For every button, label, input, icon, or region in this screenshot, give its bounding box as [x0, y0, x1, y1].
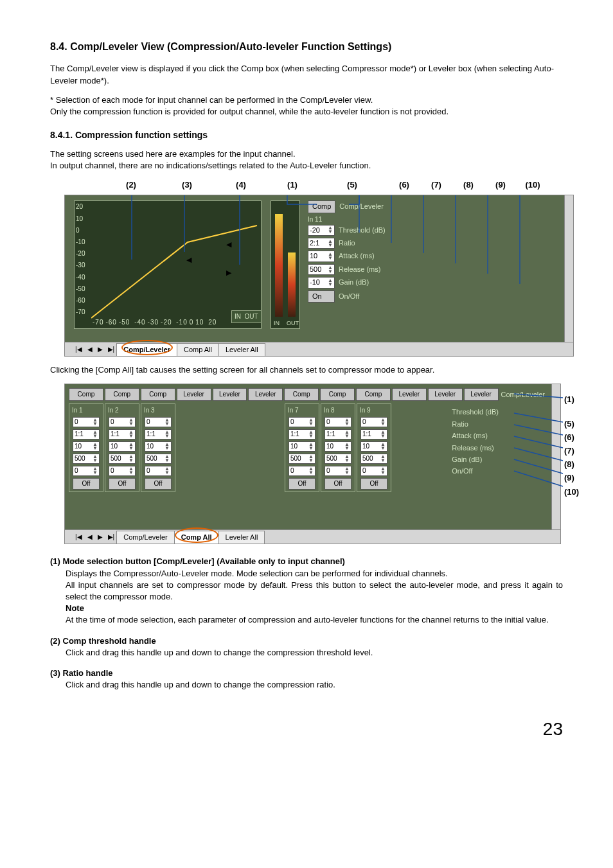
mode-button[interactable]: Leveler — [428, 388, 463, 401]
in-out-label: IN OUT — [231, 310, 262, 323]
nav-next-icon[interactable]: ▶ — [95, 533, 105, 542]
graph-x-ticks: -70-60-50 -40-30-20 -10010 20 — [93, 318, 218, 327]
gain-handle-down-icon[interactable]: ▶ — [226, 268, 231, 278]
tab-leveler-all[interactable]: Leveler All — [218, 531, 265, 544]
subsection-p2: In output channel, there are no indicati… — [50, 160, 563, 172]
channel-column: In 2 0▲▼ 1:1▲▼ 10▲▼ 500▲▼ 0▲▼ Off — [105, 403, 139, 492]
desc-2-title: (2) Comp threshold handle — [50, 635, 563, 647]
level-meter: IN OUT — [271, 200, 300, 329]
page-number: 23 — [50, 716, 563, 741]
mode-label: Comp/Leveler — [501, 390, 545, 400]
gain-spin[interactable]: -10▲▼ — [308, 277, 335, 288]
callouts-right: (1) (5) (6) (7) (8) (9) (10) — [564, 394, 579, 497]
mode-button[interactable]: Leveler — [213, 388, 247, 401]
mode-button[interactable]: Leveler — [248, 388, 283, 401]
mode-button[interactable]: Comp — [284, 388, 319, 401]
desc-3-title: (3) Ratio handle — [50, 668, 563, 679]
release-spin[interactable]: 500▲▼ — [73, 454, 100, 464]
subsection-heading: 8.4.1. Compression function settings — [50, 129, 563, 142]
footnote-text: * Selection of each mode for input chann… — [50, 94, 563, 118]
nav-last-icon[interactable]: ▶| — [105, 533, 118, 542]
nav-prev-icon[interactable]: ◀ — [85, 533, 95, 542]
nav-prev-icon[interactable]: ◀ — [85, 345, 95, 354]
channel-column: In 9 0▲▼ 1:1▲▼ 10▲▼ 500▲▼ 0▲▼ Off — [357, 403, 391, 492]
mode-button[interactable]: Comp — [141, 388, 175, 401]
tab-leveler-all[interactable]: Leveler All — [218, 343, 265, 356]
screenshot-comp-all-view: Comp Comp Comp Leveler Leveler Leveler C… — [64, 384, 561, 544]
after-shot1-text: Clicking the [Comp All] tab causes the s… — [50, 364, 563, 376]
threshold-spin[interactable]: 0▲▼ — [73, 417, 100, 427]
tab-comp-leveler[interactable]: Comp/Leveler — [116, 531, 174, 544]
tab-comp-leveler[interactable]: Comp/Leveler — [116, 343, 177, 356]
subsection-p1: The setting screens used here are exampl… — [50, 148, 563, 160]
release-spin[interactable]: 500▲▼ — [308, 264, 335, 275]
nav-next-icon[interactable]: ▶ — [95, 345, 105, 354]
mode-button[interactable]: Leveler — [464, 388, 499, 401]
tab-comp-all[interactable]: Comp All — [174, 531, 219, 544]
channel-column: In 3 0▲▼ 1:1▲▼ 10▲▼ 500▲▼ 0▲▼ Off — [141, 403, 175, 492]
attack-spin[interactable]: 10▲▼ — [308, 251, 335, 261]
tab-comp-all[interactable]: Comp All — [177, 343, 219, 356]
descriptions: (1) Mode selection button [Comp/Leveler]… — [50, 556, 563, 691]
channel-column: In 7 0▲▼ 1:1▲▼ 10▲▼ 500▲▼ 0▲▼ Off — [285, 403, 319, 492]
threshold-spin[interactable]: -20▲▼ — [308, 225, 335, 236]
mode-button[interactable]: Comp — [356, 388, 391, 401]
callouts-top-row: (2) (3) (4) (1) (5) (6) (7) (8) (9) (10) — [102, 179, 563, 191]
nav-first-icon[interactable]: |◀ — [73, 345, 85, 354]
onoff-button[interactable]: On — [308, 290, 335, 303]
attack-spin[interactable]: 10▲▼ — [73, 441, 100, 452]
scrollbar-vertical[interactable] — [551, 384, 560, 529]
nav-last-icon[interactable]: ▶| — [105, 345, 118, 354]
parameter-panel: Comp Comp/Leveler In 11 -20▲▼Threshold (… — [308, 200, 405, 305]
channel-mode-row: Comp Comp Comp Leveler Leveler Leveler C… — [65, 384, 560, 402]
channel-column: In 1 0▲▼ 1:1▲▼ 10▲▼ 500▲▼ 0▲▼ Off — [69, 403, 103, 492]
scrollbar-vertical[interactable] — [564, 195, 573, 342]
nav-first-icon[interactable]: |◀ — [73, 533, 85, 542]
mode-label: Comp/Leveler — [339, 202, 383, 211]
desc-1-title: (1) Mode selection button [Comp/Leveler]… — [50, 556, 563, 567]
tab-bar: |◀ ◀ ▶ ▶| Comp/Leveler Comp All Leveler … — [65, 529, 560, 544]
tab-bar: |◀ ◀ ▶ ▶| Comp/Leveler Comp All Leveler … — [65, 342, 573, 356]
intro-text: The Comp/Leveler view is displayed if yo… — [50, 63, 563, 86]
gain-spin[interactable]: 0▲▼ — [73, 466, 100, 476]
ratio-spin[interactable]: 1:1▲▼ — [73, 429, 100, 439]
compression-graph[interactable]: 20100 -10-20-30 -40-50-60 -70 -70-60-50 … — [74, 200, 262, 329]
mode-button[interactable]: Leveler — [177, 388, 211, 401]
graph-y-ticks: 20100 -10-20-30 -40-50-60 -70 — [76, 202, 85, 317]
section-heading: 8.4. Comp/Leveler View (Compression/Auto… — [50, 40, 563, 54]
comp-button[interactable]: Comp — [308, 200, 335, 213]
parameter-labels: Threshold (dB) Ratio Attack (ms) Release… — [452, 407, 499, 476]
channel-column: In 8 0▲▼ 1:1▲▼ 10▲▼ 500▲▼ 0▲▼ Off — [321, 403, 355, 492]
channel-group-title: In 11 — [308, 215, 405, 224]
mode-button[interactable]: Comp — [105, 388, 139, 401]
ratio-spin[interactable]: 2:1▲▼ — [308, 238, 335, 249]
mode-button[interactable]: Leveler — [392, 388, 427, 401]
ratio-handle-icon[interactable]: ◀ — [186, 255, 191, 265]
mode-button[interactable]: Comp — [320, 388, 355, 401]
mode-button[interactable]: Comp — [69, 388, 103, 401]
gain-handle-up-icon[interactable]: ◀ — [226, 240, 231, 249]
screenshot-comp-leveler-view: 20100 -10-20-30 -40-50-60 -70 -70-60-50 … — [64, 195, 574, 357]
onoff-button[interactable]: Off — [73, 478, 100, 490]
